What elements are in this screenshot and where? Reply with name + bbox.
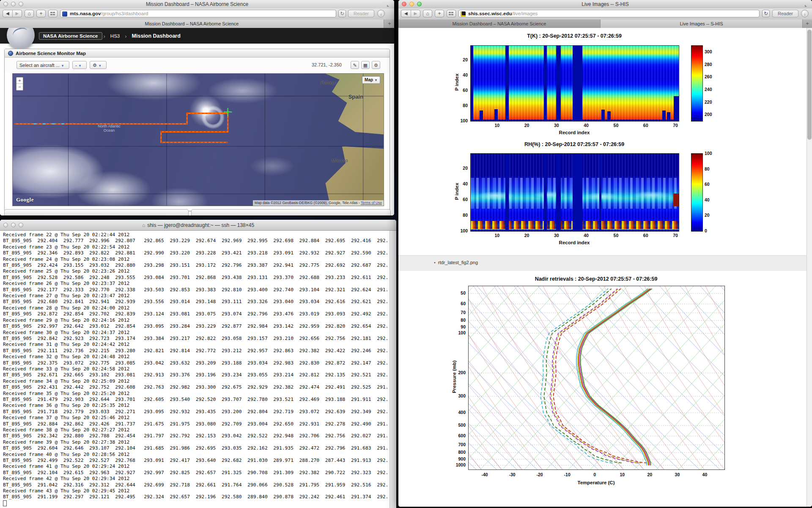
pressure-tick-label: 1000 <box>454 462 466 467</box>
reader-button[interactable]: Reader <box>348 10 374 17</box>
map-label-north-atlantic-ocean: North Atlantic Ocean <box>94 124 124 133</box>
breadcrumb-hs3[interactable]: HS3 <box>107 33 123 39</box>
address-bar[interactable]: mts.nasa.gov/group/hs3/dashboard <box>60 10 336 17</box>
url-path: /live/images <box>512 11 538 16</box>
figure-title: T(K) : 20-Sep-2012 07:25:57 - 07:26:59 <box>527 33 622 39</box>
right-tab-bar: Mission Dashboard – NASA Airborne Scienc… <box>398 19 812 28</box>
close-button[interactable] <box>402 2 406 6</box>
minimize-button[interactable] <box>409 2 414 6</box>
nasa-header-band: NASA Airborne Science › HS3 › Mission Da… <box>0 28 394 44</box>
reload-button[interactable]: ↻ <box>338 10 346 17</box>
x-tick-label: 60 <box>643 123 648 128</box>
minimize-button[interactable] <box>11 2 16 6</box>
home-icon: ⌂ <box>426 11 429 17</box>
bullet-icon: • <box>434 260 436 265</box>
fullscreen-icon[interactable] <box>805 2 809 7</box>
reader-button[interactable]: Reader <box>772 10 798 17</box>
aircraft-select[interactable]: Select an aircraft ...▾ <box>16 61 69 69</box>
top-sites-button[interactable] <box>48 10 58 17</box>
track-sample-dot <box>61 123 64 124</box>
grid-toggle-button[interactable]: ▦ <box>361 61 370 69</box>
terminal-scrollbar[interactable] <box>390 231 396 508</box>
plus-icon: + <box>39 11 42 17</box>
window-controls[interactable] <box>3 2 23 6</box>
temperature-tick-label: -20 <box>537 472 543 477</box>
home-button[interactable]: ⌂ <box>25 10 34 17</box>
downloads-button[interactable]: ↓ <box>801 10 809 17</box>
reload-button[interactable]: ↻ <box>762 10 770 17</box>
home-folder-icon: ⌂ <box>142 222 145 228</box>
left-page: NASA Airborne Science › HS3 › Mission Da… <box>0 28 394 215</box>
zoom-button[interactable] <box>19 223 23 227</box>
gear-icon: ⚙ <box>374 63 378 68</box>
terminal-titlebar[interactable]: ⌂ shis — jgero@dreadnaught:~ — ssh — 138… <box>0 220 396 231</box>
secondary-select[interactable]: -▾ <box>72 61 87 69</box>
back-forward-buttons[interactable]: ◀ ▶ <box>401 10 420 17</box>
back-icon[interactable]: ◀ <box>3 10 13 17</box>
window-controls[interactable] <box>3 223 23 227</box>
breadcrumb-nasa-airborne-science[interactable]: NASA Airborne Science <box>39 32 102 40</box>
top-sites-button[interactable] <box>447 10 456 17</box>
back-icon[interactable]: ◀ <box>401 10 411 17</box>
x-axis-label: Record index <box>559 240 590 245</box>
panel-settings-button[interactable]: ⚙ <box>372 61 380 69</box>
zoom-button[interactable] <box>19 2 23 6</box>
tab-live-images[interactable]: Live Images -- S-HIS <box>601 19 803 28</box>
downloads-button[interactable]: ↓ <box>377 10 385 17</box>
surface-gap-notch <box>662 110 666 121</box>
map-settings-select[interactable]: ⚙▾ <box>90 61 107 69</box>
monitor-map[interactable]: PortugalSpainMoroccoNorth Atlantic Ocean… <box>12 73 384 206</box>
new-tab-button[interactable]: + <box>36 10 46 17</box>
figure-title: RH(%) : 20-Sep-2012 07:25:57 - 07:26:59 <box>524 141 624 147</box>
close-button[interactable] <box>3 223 8 227</box>
terminal-cursor <box>3 500 7 506</box>
zoom-button[interactable] <box>417 2 422 6</box>
map-type-button[interactable]: Map▼ <box>362 76 380 84</box>
cursor-coordinates-readout: 32.721, -2.350 <box>312 62 342 67</box>
colorbar-tick-label: 20 <box>705 213 710 218</box>
fullscreen-icon[interactable] <box>387 2 392 7</box>
terminal-body[interactable]: Received frame 22 @ Thu Sep 20 02:22:44 … <box>0 231 396 508</box>
new-tab-button[interactable]: + <box>435 10 444 17</box>
right-window-titlebar[interactable]: Live Images -- S-HIS <box>398 0 812 9</box>
back-forward-buttons[interactable]: ◀ ▶ <box>3 10 22 17</box>
page-gap: •rtdr_latest_fig2.png <box>398 255 807 271</box>
tab-mission-dashboard[interactable]: Mission Dashboard – NASA Airborne Scienc… <box>0 19 384 28</box>
dashboard-subpanel <box>4 209 189 215</box>
left-window-titlebar[interactable]: Mission Dashboard – NASA Airborne Scienc… <box>0 0 394 9</box>
colorbar-tick-label: 80 <box>705 166 710 171</box>
colorbar <box>691 153 703 232</box>
zoom-in-button[interactable]: + <box>16 77 23 84</box>
tab-mission-dashboard[interactable]: Mission Dashboard – NASA Airborne Scienc… <box>398 19 601 28</box>
surface-gap-notch <box>607 111 611 121</box>
forward-icon[interactable]: ▶ <box>13 10 22 17</box>
tab-add-button[interactable]: + <box>385 19 394 28</box>
chevron-down-icon: ▾ <box>79 64 81 68</box>
site-favicon <box>62 11 67 17</box>
home-button[interactable]: ⌂ <box>423 10 432 17</box>
window-controls[interactable] <box>402 2 422 6</box>
tab-add-button[interactable]: + <box>803 19 812 28</box>
temperature-tick-label: -30 <box>509 472 515 477</box>
desktop: Mission Dashboard – NASA Airborne Scienc… <box>0 0 812 508</box>
dashboard-subpanel <box>191 209 391 215</box>
terms-of-use-link[interactable]: Terms of Use <box>361 201 382 205</box>
grid-icon: ▦ <box>363 63 368 68</box>
map-zoom-control[interactable]: + − <box>16 77 23 91</box>
x-tick-label: 10 <box>494 233 499 238</box>
forward-icon[interactable]: ▶ <box>411 10 420 17</box>
panel-header[interactable]: Airborne Science Monitor Map <box>5 49 390 58</box>
address-bar[interactable]: shis.ssec.wisc.edu/live/images <box>458 10 760 17</box>
zoom-out-button[interactable]: − <box>16 84 23 90</box>
scrollbar-thumb[interactable] <box>807 30 812 140</box>
x-tick-label: 50 <box>614 123 619 128</box>
x-tick-label: 10 <box>494 123 499 128</box>
nasa-airborne-logo <box>7 28 35 49</box>
terminal-window: ⌂ shis — jgero@dreadnaught:~ — ssh — 138… <box>0 220 396 508</box>
minimize-button[interactable] <box>11 223 16 227</box>
rtdr-fig2-image: Nadir retrievals : 20-Sep-2012 07:25:57 … <box>398 271 807 507</box>
page-scrollbar[interactable] <box>807 28 812 507</box>
draw-button[interactable]: ✎ <box>351 61 359 69</box>
temperature-tick-label: 0 <box>593 472 596 477</box>
close-button[interactable] <box>3 2 8 6</box>
